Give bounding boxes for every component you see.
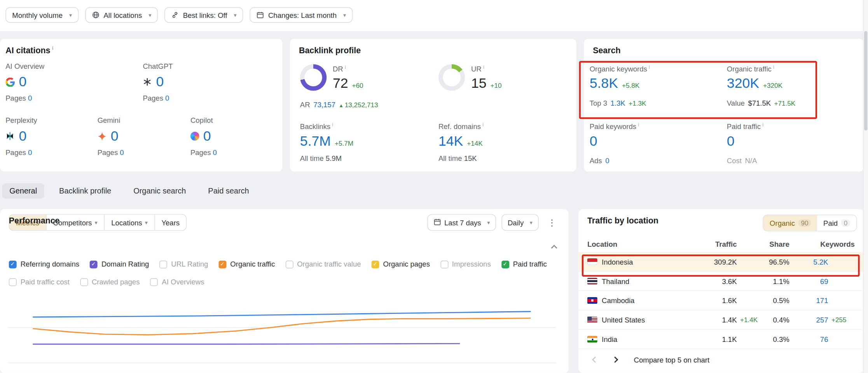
- paid-keywords-value-link[interactable]: 0: [590, 134, 597, 149]
- keywords-link[interactable]: 257: [816, 315, 828, 324]
- dr-donut-chart: [300, 64, 327, 91]
- metric-ai-overviews[interactable]: AI Overviews: [150, 278, 204, 286]
- traffic-by-location-panel: Traffic by location Organic90 Paid0 Loca…: [578, 209, 863, 373]
- metric-toggles-row-1: Referring domains Domain Rating URL Rati…: [9, 260, 547, 268]
- years-segment[interactable]: Years: [155, 215, 186, 230]
- gemini-count[interactable]: 0: [111, 129, 119, 144]
- info-icon: [332, 122, 333, 131]
- metric-referring-domains[interactable]: Referring domains: [9, 260, 79, 268]
- all-locations-dropdown[interactable]: All locations: [85, 7, 158, 23]
- traffic-by-location-title: Traffic by location: [587, 216, 658, 225]
- country-flag-icon: [587, 317, 597, 323]
- keywords-link[interactable]: 76: [820, 335, 828, 343]
- checkbox-icon: [440, 260, 448, 268]
- ai-overview-count[interactable]: 0: [19, 74, 26, 89]
- checkbox-icon: [9, 260, 17, 268]
- gemini-logo-icon: [98, 131, 107, 141]
- metric-organic-pages[interactable]: Organic pages: [372, 260, 430, 268]
- compare-top5-link[interactable]: Compare top 5 on chart: [634, 356, 710, 364]
- site-explorer-overview: Monthly volume All locations Best links:…: [0, 0, 868, 373]
- metric-paid-traffic-cost[interactable]: Paid traffic cost: [9, 278, 70, 286]
- metric-crawled-pages[interactable]: Crawled pages: [80, 278, 140, 286]
- ahrefs-rank-line: AR 73,157 13,252,713: [300, 101, 378, 109]
- info-icon: [345, 64, 346, 73]
- table-row-united-states[interactable]: United States 1.4K+1.4K 0.4% 257+255: [578, 310, 863, 330]
- keywords-link[interactable]: 69: [820, 277, 828, 285]
- paid-toggle[interactable]: Paid0: [817, 215, 856, 231]
- backlinks-value-link[interactable]: 5.7M: [300, 134, 331, 149]
- location-rows: Indonesia 309.2K 96.5% 5.2K Thailand 3.6…: [578, 252, 863, 349]
- ai-citation-chatgpt: ChatGPT 0 Pages 0: [143, 62, 234, 103]
- tab-organic-search[interactable]: Organic search: [126, 183, 193, 199]
- copilot-logo-icon: [190, 132, 199, 141]
- info-icon: [762, 122, 763, 131]
- metric-url-rating[interactable]: URL Rating: [159, 260, 208, 268]
- chatgpt-pages-link[interactable]: 0: [165, 94, 169, 102]
- organic-toggle[interactable]: Organic90: [763, 215, 817, 231]
- ai-overview-label: AI Overview: [5, 62, 96, 70]
- backlink-profile-panel: Backlink profile DR 72+60 AR 73,157 13,2…: [290, 39, 576, 172]
- metric-domain-rating[interactable]: Domain Rating: [90, 260, 149, 268]
- locations-dropdown[interactable]: Locations: [105, 215, 155, 230]
- metric-organic-traffic-value[interactable]: Organic traffic value: [285, 260, 361, 268]
- organic-count-badge: 90: [798, 219, 811, 227]
- date-range-dropdown[interactable]: Last 7 days: [427, 214, 496, 231]
- top3-link[interactable]: 1.3K: [611, 99, 625, 107]
- ref-domains-value-link[interactable]: 14K: [438, 134, 463, 149]
- organic-keywords-value-link[interactable]: 5.8K: [590, 76, 618, 91]
- ai-overview-pages-link[interactable]: 0: [28, 94, 32, 102]
- tab-paid-search[interactable]: Paid search: [201, 183, 256, 199]
- search-panel: Search Organic keywords 5.8K+5.8K Top 31…: [584, 39, 863, 172]
- column-location: Location: [587, 240, 659, 248]
- perplexity-pages-link[interactable]: 0: [28, 148, 32, 157]
- tab-backlink-profile[interactable]: Backlink profile: [52, 183, 119, 199]
- vertical-scrollbar[interactable]: [863, 0, 868, 373]
- metric-organic-traffic[interactable]: Organic traffic: [218, 260, 275, 268]
- tab-general[interactable]: General: [2, 183, 44, 199]
- metric-toggles-row-2: Paid traffic cost Crawled pages AI Overv…: [9, 278, 204, 286]
- filter-toolbar: Monthly volume All locations Best links:…: [5, 7, 353, 23]
- copilot-count[interactable]: 0: [203, 129, 211, 144]
- paid-traffic-value-link[interactable]: 0: [727, 134, 735, 149]
- perplexity-logo-icon: [5, 131, 15, 141]
- collapse-chevron-icon[interactable]: [552, 244, 556, 252]
- table-row-indonesia[interactable]: Indonesia 309.2K 96.5% 5.2K: [578, 252, 863, 272]
- scrollbar-thumb[interactable]: [864, 31, 868, 131]
- chatgpt-label: ChatGPT: [143, 62, 234, 70]
- country-flag-icon: [587, 278, 597, 284]
- organic-traffic-value-link[interactable]: 320K: [727, 76, 759, 91]
- ur-label: UR: [471, 64, 502, 73]
- performance-title: Performance: [9, 216, 60, 225]
- organic-keywords-block: Organic keywords 5.8K+5.8K Top 31.3K+1.3…: [590, 64, 723, 107]
- prev-page-chevron-icon[interactable]: [587, 352, 603, 368]
- dr-delta: +60: [352, 82, 363, 90]
- table-row-thailand[interactable]: Thailand 3.6K 1.1% 69: [578, 272, 863, 291]
- changes-dropdown[interactable]: Changes: Last month: [250, 7, 353, 23]
- metric-impressions[interactable]: Impressions: [440, 260, 491, 268]
- keywords-link[interactable]: 5.2K: [813, 258, 828, 266]
- traffic-type-toggle: Organic90 Paid0: [763, 215, 857, 232]
- copilot-label: Copilot: [190, 116, 281, 124]
- paid-keywords-block: Paid keywords 0 Ads0: [590, 122, 723, 165]
- perplexity-count[interactable]: 0: [19, 129, 26, 144]
- kebab-menu-icon[interactable]: ⋮: [544, 217, 560, 228]
- ahrefs-rank-link[interactable]: 73,157: [313, 101, 335, 109]
- info-icon: [52, 45, 54, 55]
- checkbox-icon: [285, 260, 293, 268]
- monthly-volume-dropdown[interactable]: Monthly volume: [5, 7, 79, 23]
- table-row-india[interactable]: India 1.1K 0.3% 76: [578, 330, 863, 349]
- keywords-link[interactable]: 171: [816, 296, 828, 305]
- best-links-label: Best links: Off: [183, 11, 227, 19]
- next-page-chevron-icon[interactable]: [607, 352, 623, 368]
- granularity-dropdown[interactable]: Daily: [501, 214, 538, 231]
- backlink-profile-title: Backlink profile: [299, 45, 361, 55]
- best-links-dropdown[interactable]: Best links: Off: [165, 7, 243, 23]
- table-row-cambodia[interactable]: Cambodia 1.6K 0.5% 171: [578, 291, 863, 310]
- chatgpt-count[interactable]: 0: [156, 74, 164, 89]
- ai-citation-ai-overview: AI Overview 0 Pages 0: [5, 62, 96, 103]
- checkbox-icon: [90, 260, 98, 268]
- copilot-pages-link[interactable]: 0: [213, 148, 217, 157]
- metric-paid-traffic[interactable]: Paid traffic: [501, 260, 547, 268]
- gemini-pages-link[interactable]: 0: [120, 148, 124, 157]
- ads-link[interactable]: 0: [605, 157, 609, 165]
